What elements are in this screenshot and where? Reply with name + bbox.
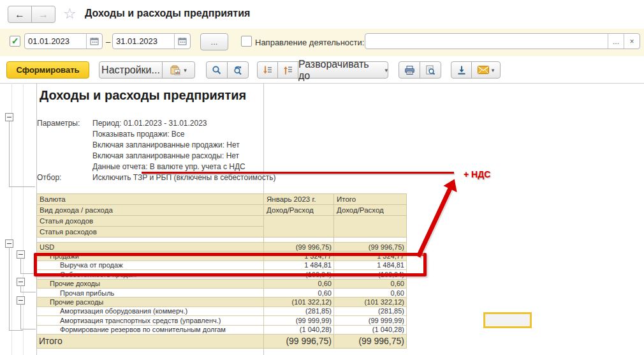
param-line: Период: 01.01.2023 - 31.01.2023 [92,119,207,128]
tree-line [20,285,21,292]
table-cell[interactable]: Итого [37,334,264,348]
table-cell[interactable]: (101 322,12) [264,298,334,306]
direction-input[interactable] [365,34,608,49]
window-title: Доходы и расходы предприятия [85,8,250,19]
params-label: Параметры: [37,119,80,128]
table-cell[interactable]: Статья доходов [37,216,264,227]
nav-history-group: ← → [8,6,55,23]
table-cell[interactable]: (1 040,28) [264,325,334,334]
send-mail-button[interactable]: ▾ [471,61,501,79]
direction-label: Направление деятельности: [255,38,364,47]
calendar-button[interactable] [86,34,102,49]
printer-icon [404,65,415,75]
check-icon: ✓ [11,36,19,45]
table-cell[interactable]: (99 996,75) [334,243,407,252]
table-cell[interactable]: (101 322,12) [334,298,407,306]
tree-line [20,292,36,292]
table-cell[interactable]: Валюта [37,194,264,205]
table-cell[interactable]: (99 999,99) [334,316,407,325]
tree-line [9,330,23,331]
search-button[interactable] [206,61,228,79]
table-cell[interactable]: USD [37,243,264,252]
collapse-all-button[interactable] [277,61,298,79]
table-cell[interactable]: Доход/Расход [334,205,407,216]
table-cell[interactable]: (99 996,75) [334,334,407,348]
table-cell[interactable]: 0,60 [334,279,407,288]
period-more-button[interactable]: ... [200,33,228,50]
generate-button[interactable]: Сформировать [6,61,89,79]
export-group: ▾ [451,61,501,79]
tree-line [20,258,21,273]
report-top-border [0,83,644,84]
table-cell[interactable]: (281,85) [264,306,334,315]
expand-group: Разворачивать до▾ [257,61,388,79]
table-row: Амортизация транспортных средств (управл… [37,316,407,325]
table-cell[interactable]: Прочая прибыль [37,288,264,297]
period-from-input[interactable] [25,34,86,49]
table-cell[interactable]: 0,60 [264,288,334,297]
table-row: Амортизация оборудования (коммерч.)(281,… [37,306,407,315]
print-preview-icon [425,65,435,75]
filter-value: Исключить ТЗР и РБП (включены в себестои… [92,173,276,182]
period-checkbox[interactable]: ✓ [10,36,20,47]
table-cell[interactable] [334,216,407,238]
table-cell[interactable]: (99 996,75) [264,334,334,348]
direction-checkbox[interactable] [241,36,252,47]
period-dash: – [106,37,110,47]
table-row: Прочие доходы0,600,60 [37,279,407,288]
search-group [206,61,249,79]
table-cell[interactable]: Вид дохода / расхода [37,205,264,216]
table-cell[interactable]: (281,85) [334,306,407,315]
table-cell[interactable]: Прочие доходы [37,279,264,288]
period-to-input[interactable] [113,34,174,49]
table-cell[interactable]: Статья расходов [37,227,264,238]
expand-all-button[interactable] [257,61,278,79]
annotation-underline [142,172,454,174]
selected-cell[interactable] [483,312,532,328]
calendar-button[interactable] [174,34,190,49]
table-cell[interactable]: Формирование резервов по сомнительным до… [37,325,264,334]
table-cell[interactable]: Прочие расходы [37,298,264,306]
table-cell[interactable]: Январь 2023 г. [264,194,334,205]
table-cell[interactable]: (1 040,28) [334,325,407,334]
direction-choose-button[interactable]: ... [608,34,624,49]
save-button[interactable] [451,61,472,79]
margin-line [23,83,24,355]
forward-button[interactable]: → [31,6,55,23]
header-row: ВалютаЯнварь 2023 г.Итого [37,194,407,205]
expand-to-button[interactable]: Разворачивать до▾ [298,61,388,79]
table-cell[interactable]: Доход/Расход [264,205,334,216]
annotation-highlight-box [34,253,427,276]
param-line: Включая запланированные продажи: Нет [92,140,240,149]
table-cell[interactable]: (99 996,75) [264,243,334,252]
table-cell[interactable]: (99 999,99) [264,316,334,325]
back-button[interactable]: ← [8,6,32,23]
period-to-field [112,33,191,49]
table-cell[interactable]: 0,60 [334,288,407,297]
calendar-icon [90,37,99,45]
print-preview-button[interactable] [420,61,441,79]
spacer-row [37,238,407,243]
table-row: USD(99 996,75)(99 996,75) [37,243,407,252]
print-button[interactable] [399,61,420,79]
settings-button[interactable]: Настройки... [99,61,163,79]
collapse-header-group-button[interactable] [5,113,13,121]
table-cell[interactable]: Амортизация транспортных средств (управл… [37,316,264,325]
report-variants-button[interactable]: ▾ [162,61,195,79]
tree-line [9,121,10,186]
back-icon: ← [15,9,25,20]
table-row: Прочие расходы(101 322,12)(101 322,12) [37,298,407,306]
table-cell[interactable]: Итого [334,194,407,205]
chevron-down-icon: ▾ [384,67,388,73]
table-cell[interactable]: 0,60 [264,279,334,288]
direction-clear-button[interactable]: × [624,34,640,49]
table-row: Прочая прибыль0,600,60 [37,288,407,297]
filter-label: Отбор: [37,173,61,182]
period-from-field [24,33,103,49]
table-cell[interactable]: Амортизация оборудования (коммерч.) [37,306,264,315]
margin-line [11,83,12,355]
favorite-star-icon[interactable]: ☆ [63,6,77,21]
table-cell[interactable] [264,216,334,238]
save-icon [457,65,467,75]
search-next-button[interactable] [227,61,249,79]
